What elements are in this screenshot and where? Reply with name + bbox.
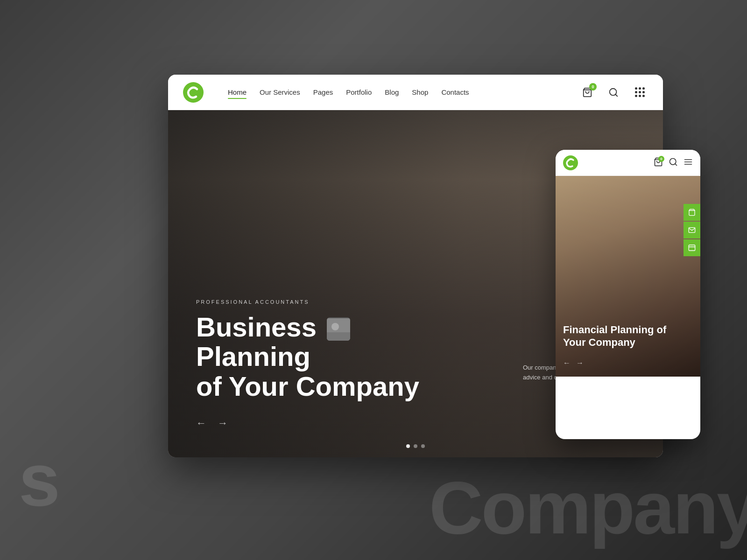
grid-menu-button[interactable] [631,84,648,101]
logo [183,82,204,103]
hero-arrows: ← → [196,417,228,429]
hero-label: PROFESSIONAL ACCOUNTANTS [196,299,467,305]
nav-home[interactable]: Home [228,88,247,96]
nav-pages[interactable]: Pages [313,88,333,96]
hero-content: PROFESSIONAL ACCOUNTANTS Business Planni… [196,299,467,401]
hero-prev-button[interactable]: ← [196,417,206,429]
hero-title-part1: Business [196,312,317,342]
slide-dots [406,444,425,448]
mobile-menu-button[interactable] [684,157,693,168]
nav-blog[interactable]: Blog [385,88,399,96]
mobile-hero-section: Financial Planning of Your Company ← → [556,176,700,377]
mobile-cart-button[interactable]: 0 [654,157,663,168]
mobile-sidebar-cart[interactable] [684,204,700,221]
mobile-sidebar-browser[interactable] [684,239,700,256]
grid-icon [635,87,645,97]
mobile-nav-icons: 0 [654,157,693,168]
navbar: Home Our Services Pages Portfolio Blog S… [168,75,663,110]
mobile-sidebar-email[interactable] [684,222,700,238]
cart-button[interactable]: 0 [579,84,596,101]
svg-point-0 [183,82,204,103]
hero-title-line2: of Your Company [196,371,419,401]
mobile-mockup: 0 [556,150,700,439]
cart-badge: 0 [589,83,597,91]
hero-title-icon [327,317,350,341]
hero-next-button[interactable]: → [218,417,228,429]
logo-container[interactable] [183,82,204,103]
mobile-hero-title: Financial Planning of Your Company [563,324,677,349]
mobile-logo [563,155,578,170]
nav-links: Home Our Services Pages Portfolio Blog S… [228,88,562,96]
slide-dot-1[interactable] [406,444,410,448]
search-button[interactable] [605,84,622,101]
slide-dot-2[interactable] [414,444,417,448]
svg-point-7 [563,155,578,170]
svg-line-10 [675,163,677,165]
mobile-hero-arrows: ← → [563,359,584,367]
nav-shop[interactable]: Shop [412,88,428,96]
hero-title-part2: Planning [196,341,310,371]
nav-our-services[interactable]: Our Services [260,88,300,96]
mobile-sidebar-icons [684,204,700,256]
nav-portfolio[interactable]: Portfolio [346,88,372,96]
mobile-navbar: 0 [556,150,700,176]
nav-icons: 0 [579,84,648,101]
svg-point-5 [331,323,339,330]
hero-title: Business Planning of Your Company [196,312,467,401]
mobile-search-button[interactable] [669,157,678,168]
mobile-cart-badge: 0 [658,156,664,162]
svg-line-3 [615,94,617,96]
svg-rect-16 [689,245,695,251]
mobile-prev-button[interactable]: ← [563,359,571,367]
svg-rect-6 [327,332,350,341]
nav-contacts[interactable]: Contacts [441,88,469,96]
mobile-next-button[interactable]: → [576,359,584,367]
slide-dot-3[interactable] [421,444,425,448]
